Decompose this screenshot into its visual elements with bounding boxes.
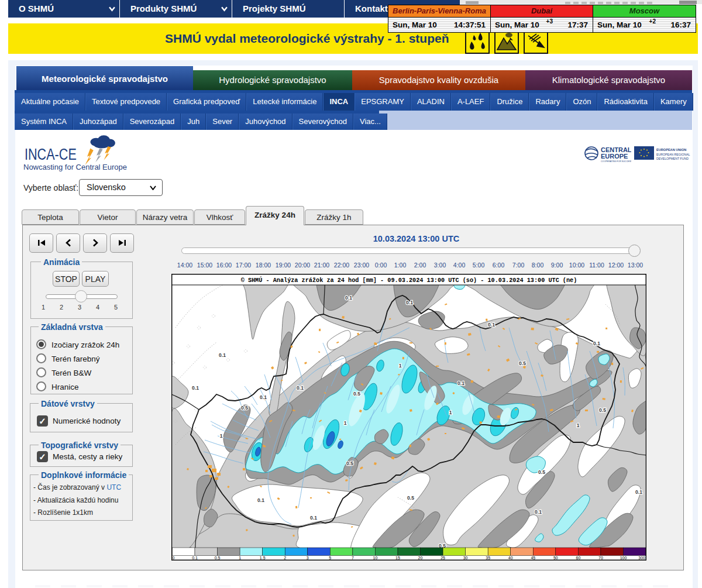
svg-text:5: 5 bbox=[329, 556, 331, 560]
svg-text:0.1: 0.1 bbox=[192, 385, 199, 391]
svg-text:60: 60 bbox=[576, 556, 581, 560]
svg-text:EUROPE: EUROPE bbox=[601, 153, 628, 160]
svg-text:0.5: 0.5 bbox=[538, 469, 545, 475]
svg-text:0.1: 0.1 bbox=[260, 394, 267, 400]
svg-text:0: 0 bbox=[173, 556, 175, 560]
svg-text:0.1: 0.1 bbox=[535, 509, 542, 515]
svg-text:15: 15 bbox=[395, 556, 400, 560]
svg-text:300: 300 bbox=[638, 556, 645, 560]
svg-text:40: 40 bbox=[508, 556, 513, 560]
svg-text:0.1: 0.1 bbox=[406, 300, 413, 305]
svg-text:20: 20 bbox=[418, 556, 423, 560]
svg-text:100: 100 bbox=[620, 556, 627, 560]
svg-text:1: 1 bbox=[220, 433, 223, 439]
svg-text:0.1: 0.1 bbox=[593, 341, 600, 346]
svg-text:50: 50 bbox=[553, 556, 558, 560]
svg-text:0.5: 0.5 bbox=[346, 460, 353, 466]
svg-text:3: 3 bbox=[307, 556, 309, 560]
svg-text:0.5: 0.5 bbox=[353, 391, 360, 397]
svg-text:0.5: 0.5 bbox=[215, 556, 221, 560]
svg-text:10: 10 bbox=[373, 556, 378, 560]
svg-text:© SHMÚ - Analýza zrážok za 24: © SHMÚ - Analýza zrážok za 24 hod [mm] -… bbox=[241, 276, 577, 284]
svg-text:1: 1 bbox=[399, 363, 402, 369]
svg-text:1: 1 bbox=[577, 422, 580, 428]
svg-text:1: 1 bbox=[344, 420, 347, 426]
svg-text:0.5: 0.5 bbox=[519, 360, 526, 366]
svg-text:0.1: 0.1 bbox=[257, 497, 264, 503]
svg-text:70: 70 bbox=[598, 556, 603, 560]
svg-text:DEVELOPMENT FUND: DEVELOPMENT FUND bbox=[656, 157, 689, 160]
svg-text:7: 7 bbox=[352, 556, 354, 560]
svg-text:0.5: 0.5 bbox=[407, 495, 414, 501]
svg-text:0.1: 0.1 bbox=[297, 385, 304, 391]
svg-text:1: 1 bbox=[239, 556, 241, 560]
svg-text:0.1: 0.1 bbox=[635, 489, 642, 495]
svg-text:1.5: 1.5 bbox=[260, 556, 266, 560]
svg-text:30: 30 bbox=[463, 556, 468, 560]
svg-text:EUROPEAN REGIONAL: EUROPEAN REGIONAL bbox=[656, 153, 690, 156]
svg-text:0.1: 0.1 bbox=[457, 380, 464, 386]
svg-text:1: 1 bbox=[449, 410, 452, 415]
svg-text:2: 2 bbox=[284, 556, 286, 560]
svg-text:0.1: 0.1 bbox=[345, 295, 352, 301]
svg-text:0.1: 0.1 bbox=[192, 556, 198, 560]
svg-text:0.5: 0.5 bbox=[241, 405, 248, 411]
svg-text:0.5: 0.5 bbox=[599, 407, 606, 413]
svg-text:0.1: 0.1 bbox=[219, 352, 226, 358]
svg-text:0.1: 0.1 bbox=[488, 322, 495, 328]
svg-text:35: 35 bbox=[486, 556, 490, 560]
svg-text:EUROPEAN UNION: EUROPEAN UNION bbox=[656, 148, 686, 152]
svg-text:0.1: 0.1 bbox=[310, 515, 317, 521]
svg-text:COOPERATING FOR SUCCESS: COOPERATING FOR SUCCESS bbox=[601, 160, 631, 163]
svg-text:25: 25 bbox=[441, 556, 445, 560]
svg-text:45: 45 bbox=[531, 556, 535, 560]
